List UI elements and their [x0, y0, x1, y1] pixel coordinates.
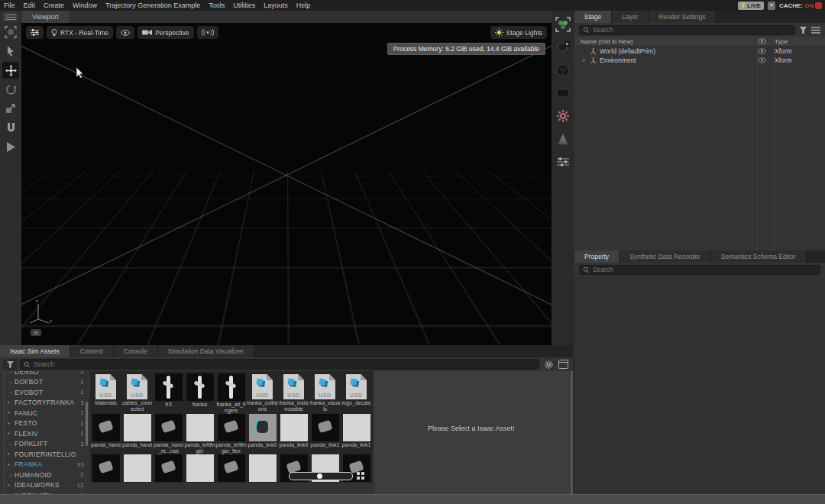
gear-icon[interactable] — [544, 360, 554, 370]
expand-plus-icon[interactable]: + — [7, 409, 15, 416]
play-button[interactable] — [2, 138, 19, 155]
tab-content[interactable]: Content — [70, 345, 114, 357]
asset-item[interactable]: panda_link0 — [247, 414, 278, 454]
renderer-dropdown[interactable]: RTX - Real-Time — [47, 26, 113, 39]
menu-create[interactable]: Create — [44, 2, 64, 9]
menu-file[interactable]: File — [4, 2, 15, 9]
visibility-button[interactable] — [116, 26, 134, 39]
tab-stage[interactable]: Stage — [574, 11, 612, 23]
stage-row[interactable]: World (defaultPrim)Xform — [574, 47, 825, 56]
category-festo[interactable]: +FESTO1 — [0, 418, 89, 429]
asset-item[interactable] — [215, 454, 247, 482]
asset-item[interactable] — [184, 454, 215, 482]
tab-viewport[interactable]: Viewport — [21, 11, 70, 23]
assets-search-input[interactable]: Search — [20, 359, 539, 370]
expand-plus-icon[interactable]: + — [7, 430, 15, 437]
move-tool-button[interactable] — [2, 62, 19, 79]
asset-item[interactable]: USDcables_connected — [121, 373, 153, 414]
asset-item[interactable]: panda_link1 — [341, 414, 372, 454]
tree-arrow-icon[interactable]: → — [7, 371, 15, 375]
tab-semantics-schema-editor[interactable]: Semantics Schema Editor — [711, 250, 807, 263]
asset-item[interactable]: USDfranka_instanceable — [278, 373, 309, 414]
scale-tool-button[interactable] — [2, 100, 19, 117]
grid-view-button[interactable] — [356, 471, 365, 480]
asset-item[interactable] — [90, 454, 121, 482]
category-denso[interactable]: →DENSO2 — [0, 371, 89, 377]
filter-icon[interactable] — [799, 26, 807, 34]
tree-arrow-icon[interactable]: → — [7, 441, 15, 447]
asset-item[interactable]: panda_hand — [90, 414, 121, 454]
category-forklift[interactable]: →FORKLIFT3 — [0, 439, 89, 450]
expand-plus-icon[interactable]: + — [7, 420, 15, 427]
property-search-input[interactable]: Search — [579, 265, 820, 275]
tab-layer[interactable]: Layer — [612, 11, 649, 23]
stage-search-input[interactable]: Search — [579, 25, 795, 35]
tree-arrow-icon[interactable]: → — [7, 379, 15, 386]
asset-item[interactable]: USDfranka_collisions — [247, 373, 278, 414]
asset-item[interactable]: USDMaterials — [90, 373, 121, 414]
panel-view-icon[interactable] — [558, 360, 568, 369]
expand-plus-icon[interactable]: + — [7, 451, 15, 457]
assets-panel-scrollbar[interactable] — [571, 371, 573, 494]
asset-item[interactable]: fr3 — [153, 373, 184, 414]
expand-plus-icon[interactable]: + — [7, 399, 15, 406]
camera-dropdown[interactable]: Perspective — [138, 26, 193, 39]
options-menu-icon[interactable] — [811, 27, 820, 34]
asset-item[interactable]: USDlogo_decals — [341, 373, 372, 414]
tab-render-settings[interactable]: Render Settings — [649, 11, 716, 23]
snap-tool-button[interactable] — [2, 119, 19, 136]
asset-item[interactable]: panda_hand_re...nse — [153, 414, 184, 454]
selection-set-button[interactable] — [554, 15, 572, 34]
category-fourierintelligenc[interactable]: +FOURIERINTELLIGENC — [0, 449, 89, 460]
expander[interactable]: + — [581, 57, 587, 64]
menu-layouts[interactable]: Layouts — [264, 2, 288, 9]
slider-knob[interactable] — [317, 473, 322, 479]
light-cone-button[interactable] — [554, 130, 572, 148]
asset-item[interactable]: panda_link1 — [309, 414, 341, 454]
expand-plus-icon[interactable]: + — [7, 461, 15, 468]
asset-item[interactable]: franka_alt_fingers — [215, 373, 247, 414]
menu-edit[interactable]: Edit — [24, 2, 36, 9]
render-settings-button[interactable] — [554, 153, 572, 171]
tab-simulation-data-visualizer[interactable]: Simulation Data Visualizer — [158, 345, 254, 357]
tab-synthetic-data-recorder[interactable]: Synthetic Data Recorder — [620, 250, 711, 263]
live-button[interactable]: LIVE — [738, 2, 764, 10]
stage-lights-button[interactable]: Stage Lights — [490, 26, 547, 39]
category-evobot[interactable]: →EVOBOT1 — [0, 387, 89, 398]
asset-item[interactable] — [153, 454, 184, 482]
tree-arrow-icon[interactable]: → — [7, 389, 15, 396]
cursor-tool-button[interactable] — [2, 43, 19, 60]
expand-plus-icon[interactable]: + — [7, 482, 15, 489]
physics-button[interactable] — [554, 107, 572, 125]
asset-item[interactable]: USDfranka_visuals — [309, 373, 341, 414]
column-type[interactable]: Type — [775, 38, 825, 45]
asset-item[interactable] — [121, 454, 153, 482]
asset-item[interactable]: panda_leftfinger — [184, 414, 215, 454]
mesh-button[interactable] — [554, 84, 572, 102]
menu-window[interactable]: Window — [73, 2, 97, 9]
tab-property[interactable]: Property — [574, 250, 620, 263]
column-visibility[interactable] — [758, 38, 775, 44]
cube-delete-button[interactable] — [554, 38, 572, 57]
asset-item[interactable]: panda_leftfinger_flex — [215, 414, 247, 454]
viewport-settings-button[interactable] — [26, 26, 44, 39]
filter-button[interactable] — [3, 359, 17, 370]
menu-utilities[interactable]: Utilities — [233, 2, 255, 9]
menu-help[interactable]: Help — [296, 2, 311, 9]
eye-icon[interactable] — [758, 57, 766, 63]
asset-item[interactable] — [247, 454, 278, 482]
asset-item[interactable]: franka — [184, 373, 215, 414]
eye-icon[interactable] — [758, 48, 766, 54]
asset-item[interactable]: panda_link0 — [278, 414, 309, 454]
category-franka[interactable]: +FRANKA33 — [0, 460, 89, 470]
menu-tools[interactable]: Tools — [209, 2, 225, 9]
menu-trajectory-generation-example[interactable]: Trajectory Generation Example — [105, 2, 200, 9]
tab-isaac-sim-assets[interactable]: Isaac Sim Assets — [0, 345, 70, 357]
cube-button[interactable] — [554, 61, 572, 79]
category-idealworks[interactable]: +IDEALWORKS12 — [0, 480, 89, 491]
column-name[interactable]: Name (Old to New) — [574, 38, 758, 45]
category-dofbot[interactable]: →DOFBOT1 — [0, 377, 89, 388]
icon-size-slider[interactable] — [289, 472, 353, 480]
category-factoryfranka[interactable]: +FACTORYFRANKA3 — [0, 398, 89, 409]
tab-console[interactable]: Console — [114, 345, 158, 357]
